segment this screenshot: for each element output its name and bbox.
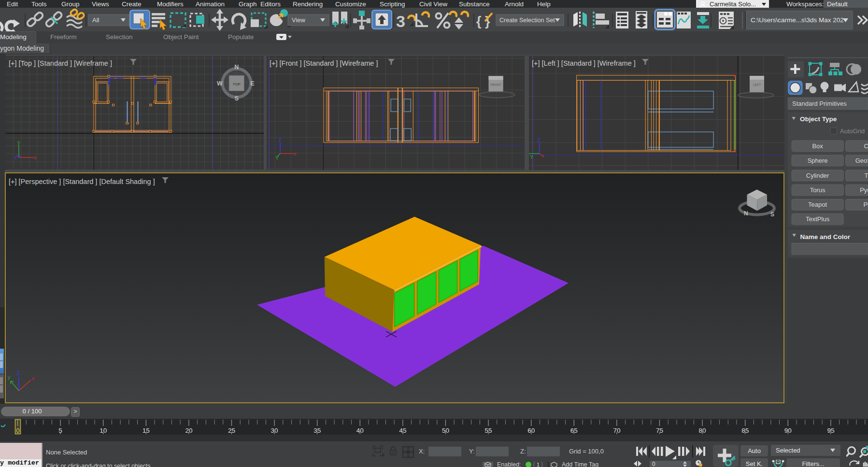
svg-text:40: 40 xyxy=(356,427,364,434)
svg-text:All: All xyxy=(92,16,100,24)
svg-text:Name and Color: Name and Color xyxy=(800,233,850,241)
svg-text:FRONT: FRONT xyxy=(490,83,501,86)
svg-text:Cone: Cone xyxy=(864,142,868,150)
svg-text:Teapot: Teapot xyxy=(808,201,827,208)
svg-text:x: x xyxy=(541,153,544,158)
svg-text:TextPlus: TextPlus xyxy=(806,215,830,223)
svg-text:Z: Z xyxy=(537,137,541,143)
svg-text:Add Time Tag: Add Time Tag xyxy=(562,462,598,467)
svg-text:E: E xyxy=(250,80,254,87)
svg-text:Sphere: Sphere xyxy=(808,157,828,164)
svg-text:N: N xyxy=(234,64,239,71)
svg-text:Cylinder: Cylinder xyxy=(806,172,829,179)
svg-text:1: 1 xyxy=(537,462,540,467)
svg-text:y: y xyxy=(17,139,20,145)
svg-text:Box: Box xyxy=(812,142,823,150)
svg-text:S: S xyxy=(235,95,239,102)
svg-text:30: 30 xyxy=(271,427,278,434)
svg-text:Object Type: Object Type xyxy=(800,115,837,123)
svg-text:View: View xyxy=(292,16,306,24)
svg-text:y: y xyxy=(8,374,11,380)
svg-text:W: W xyxy=(217,80,223,87)
svg-text:GeoSphere: GeoSphere xyxy=(855,157,868,164)
svg-text:TOP: TOP xyxy=(233,82,241,86)
svg-text:C:\Users\carme...s\3ds Max 202: C:\Users\carme...s\3ds Max 202 xyxy=(751,16,844,24)
svg-text:Pyramid: Pyramid xyxy=(860,186,868,194)
svg-text:5: 5 xyxy=(58,427,62,434)
svg-text:70: 70 xyxy=(613,427,620,434)
svg-text:Y: Y xyxy=(530,154,534,160)
svg-text:AutoGrid: AutoGrid xyxy=(840,127,865,135)
svg-text:Tube: Tube xyxy=(864,172,868,179)
svg-text:80: 80 xyxy=(699,427,706,434)
svg-text:Y: Y xyxy=(275,155,279,161)
svg-text:x: x xyxy=(294,151,297,156)
svg-text:95: 95 xyxy=(827,427,834,434)
svg-text:Plane: Plane xyxy=(863,201,868,208)
svg-text:35: 35 xyxy=(313,427,321,434)
svg-text:x: x xyxy=(34,155,37,160)
svg-text:50: 50 xyxy=(442,427,449,434)
svg-text:Z: Z xyxy=(16,370,20,377)
svg-text:15: 15 xyxy=(142,427,150,434)
svg-text:20: 20 xyxy=(185,427,192,434)
svg-text:45: 45 xyxy=(399,427,406,434)
svg-text:25: 25 xyxy=(228,427,235,434)
svg-text:Torus: Torus xyxy=(810,186,825,194)
svg-text:90: 90 xyxy=(784,427,792,434)
svg-text:10: 10 xyxy=(100,427,107,434)
svg-text:Enabled:: Enabled: xyxy=(497,462,521,467)
svg-text:55: 55 xyxy=(485,427,492,434)
svg-text:LEFT: LEFT xyxy=(753,83,761,86)
svg-text:N: N xyxy=(744,210,748,217)
svg-text:85: 85 xyxy=(741,427,749,434)
svg-text:Z: Z xyxy=(278,137,282,143)
svg-text:z: z xyxy=(14,154,17,160)
svg-text:60: 60 xyxy=(527,427,535,434)
svg-text:3: 3 xyxy=(396,12,405,30)
svg-text:75: 75 xyxy=(656,427,663,434)
svg-text:Create Selection Set: Create Selection Set xyxy=(499,17,555,24)
svg-text:65: 65 xyxy=(570,427,578,434)
svg-text:x: x xyxy=(32,375,35,381)
svg-text:Standard Primitives: Standard Primitives xyxy=(792,100,847,107)
svg-text:S: S xyxy=(770,211,774,218)
